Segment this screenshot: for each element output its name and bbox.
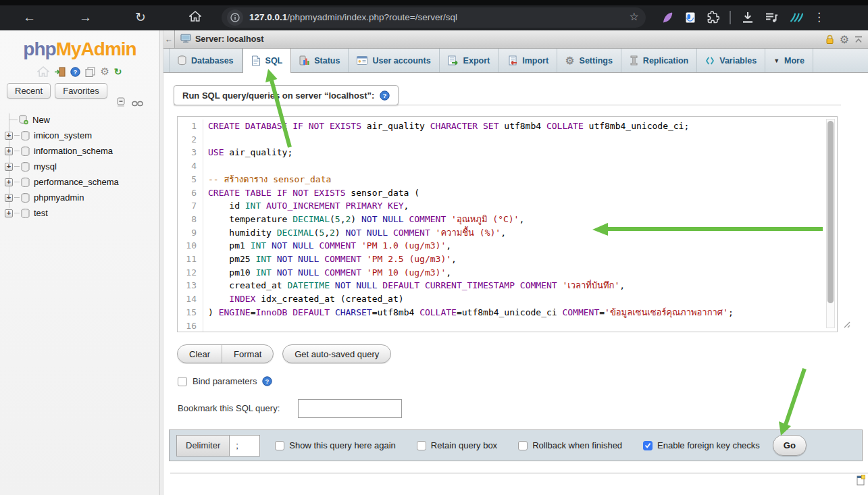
logout-icon[interactable] — [54, 67, 66, 77]
code-line: 10 pm1 INT NOT NULL COMMENT 'PM 1.0 (ug/… — [178, 239, 837, 253]
go-button[interactable]: Go — [773, 435, 807, 456]
bind-parameters-checkbox[interactable] — [178, 377, 187, 386]
code-line: 12 pm10 INT NOT NULL COMMENT 'PM 10 (ug/… — [178, 266, 837, 280]
home-icon[interactable] — [37, 66, 49, 77]
editor-scrollbar[interactable] — [826, 119, 835, 328]
help-icon[interactable]: ? — [380, 90, 390, 101]
tab-label: Export — [463, 56, 490, 66]
tree-expander-icon[interactable]: + — [5, 194, 13, 202]
tree-item-new[interactable]: New — [0, 112, 159, 128]
clear-button[interactable]: Clear — [178, 345, 222, 363]
tab-variables[interactable]: Variables — [697, 49, 765, 72]
star-icon[interactable]: ☆ — [630, 10, 639, 23]
resize-grip-icon[interactable] — [842, 319, 851, 329]
enable-foreign-key-checks-checkbox[interactable] — [643, 441, 653, 450]
option-label: Show this query here again — [289, 440, 396, 450]
forward-icon[interactable]: → — [79, 11, 92, 24]
bookmark-label: Bookmark this SQL query: — [178, 403, 280, 413]
query-window-icon[interactable] — [857, 475, 865, 488]
tab-replication[interactable]: Replication — [621, 49, 697, 72]
back-icon[interactable]: ← — [23, 11, 36, 24]
format-button[interactable]: Format — [222, 345, 273, 363]
sql-editor[interactable]: 1CREATE DATABASE IF NOT EXISTS air_quali… — [177, 116, 838, 332]
line-number: 16 — [178, 319, 203, 332]
help-icon[interactable]: ? — [262, 376, 272, 386]
tab-sql[interactable]: SQL — [242, 49, 292, 73]
lock-icon[interactable] — [825, 34, 834, 45]
tree-item-label[interactable]: test — [34, 208, 48, 218]
status-icon — [299, 55, 309, 66]
code-line: 8 temperature DECIMAL(5,2) NOT NULL COMM… — [178, 213, 837, 226]
tab-status[interactable]: Status — [291, 49, 349, 72]
tree-item-test[interactable]: +test — [0, 205, 159, 221]
reload-icon[interactable]: ↻ — [135, 11, 146, 24]
tab-label: Variables — [719, 56, 757, 66]
collapse-all-icon[interactable] — [116, 97, 126, 109]
import-icon — [507, 55, 517, 66]
console-icon[interactable] — [85, 67, 95, 77]
home-icon[interactable] — [189, 11, 201, 24]
tab-user-accounts[interactable]: User accounts — [349, 49, 439, 72]
tab-settings[interactable]: ⚙Settings — [557, 49, 621, 72]
show-this-query-here-again-checkbox[interactable] — [275, 441, 284, 450]
tab-import[interactable]: Import — [499, 49, 557, 72]
tree-expander-icon[interactable]: + — [5, 147, 13, 155]
tree-item-label[interactable]: imicon_system — [34, 130, 92, 140]
collapse-top-icon[interactable] — [854, 36, 863, 43]
voice-notes-extension-icon[interactable] — [684, 11, 696, 24]
tree-item-label[interactable]: performance_schema — [34, 177, 119, 187]
tree-dash — [14, 135, 20, 136]
tree-item-label[interactable]: information_schema — [34, 146, 113, 156]
delimiter-input[interactable] — [229, 435, 260, 457]
media-playlist-icon[interactable] — [765, 11, 778, 24]
tree-expander-icon[interactable]: + — [5, 178, 13, 186]
recent-button[interactable]: Recent — [7, 83, 51, 99]
retain-query-box-checkbox[interactable] — [417, 441, 426, 450]
download-icon[interactable] — [741, 11, 755, 24]
tree-item-label[interactable]: phpmyadmin — [34, 192, 84, 203]
line-content — [203, 133, 208, 147]
url-text: 127.0.0.1/phpmyadmin/index.php?route=/se… — [249, 12, 457, 22]
settings-icon[interactable]: ⚙ — [100, 66, 109, 78]
tab-databases[interactable]: Databases — [169, 49, 242, 72]
editor-scrollbar-thumb[interactable] — [827, 121, 834, 303]
address-bar[interactable]: 127.0.0.1/phpmyadmin/index.php?route=/se… — [222, 7, 646, 28]
refresh-icon[interactable]: ↻ — [114, 66, 122, 77]
gear-icon[interactable]: ⚙ — [840, 33, 849, 46]
tab-export[interactable]: Export — [440, 49, 499, 72]
rollback-when-finished-checkbox[interactable] — [518, 441, 528, 450]
tree-item-information-schema[interactable]: +information_schema — [0, 143, 159, 159]
tree-item-imicon-system[interactable]: +imicon_system — [0, 128, 159, 143]
tree-item-mysql[interactable]: +mysql — [0, 159, 159, 174]
tree-dash — [14, 182, 20, 182]
server-bar-icons: ⚙ — [825, 33, 868, 46]
query-buttons: Clear Format Get auto-saved query — [177, 344, 391, 363]
panel-back-button[interactable]: ← — [163, 30, 175, 48]
tree-item-performance-schema[interactable]: +performance_schema — [0, 174, 159, 190]
tree-expander-icon[interactable]: + — [5, 132, 13, 140]
tree-item-label[interactable]: New — [32, 115, 50, 125]
tab-more[interactable]: ▼More — [765, 49, 813, 72]
tree-item-phpmyadmin[interactable]: +phpmyadmin — [0, 190, 159, 205]
line-content: humidity DECIMAL(5,2) NOT NULL COMMENT '… — [203, 226, 506, 240]
tree-item-label[interactable]: mysql — [34, 161, 57, 172]
wave-extension-icon[interactable] — [788, 12, 803, 23]
phpmyadmin-logo[interactable]: phpMyAdmin — [0, 38, 159, 60]
tab-label: More — [784, 56, 805, 66]
feather-extension-icon[interactable] — [661, 11, 674, 24]
info-icon[interactable] — [227, 9, 243, 26]
code-line: 7 id INT AUTO_INCREMENT PRIMARY KEY, — [178, 199, 837, 213]
bookmark-input[interactable] — [298, 399, 402, 418]
option-label: Enable foreign key checks — [657, 440, 760, 450]
tree-expander-icon[interactable]: + — [5, 163, 13, 171]
tree-dash — [14, 166, 20, 167]
get-autosaved-query-button[interactable]: Get auto-saved query — [283, 345, 390, 363]
favorites-button[interactable]: Favorites — [55, 83, 107, 99]
kebab-menu-icon[interactable]: ⋮ — [813, 10, 825, 24]
link-icon[interactable] — [132, 97, 143, 109]
tree-expander-icon[interactable]: + — [5, 209, 13, 217]
help-icon[interactable]: ? — [70, 67, 80, 77]
extensions-puzzle-icon[interactable] — [707, 11, 719, 24]
delimiter-label: Delimiter — [176, 435, 229, 457]
toolbar-separator — [730, 11, 731, 24]
